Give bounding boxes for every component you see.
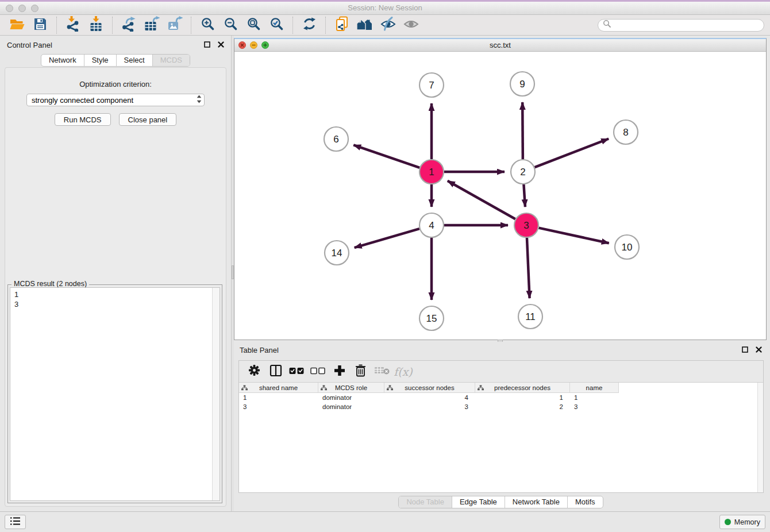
table-cell[interactable]: 3 (570, 402, 619, 411)
select-all-columns-button[interactable] (286, 363, 307, 381)
graph-node-7[interactable]: 7 (419, 73, 444, 97)
search-input[interactable] (611, 21, 759, 29)
close-panel-icon[interactable] (756, 345, 762, 355)
graph-node-10[interactable]: 10 (615, 235, 639, 259)
apply-layout-button[interactable] (298, 16, 321, 34)
memory-label: Memory (734, 518, 760, 526)
open-session-button[interactable] (6, 16, 29, 34)
table-row[interactable]: 3dominator323 (239, 402, 763, 411)
tab-select[interactable]: Select (116, 55, 152, 66)
svg-text:7: 7 (429, 80, 434, 91)
maximize-window-button[interactable] (31, 5, 38, 12)
graph-node-8[interactable]: 8 (614, 120, 638, 144)
table-cell[interactable]: 4 (384, 393, 475, 402)
import-table-button[interactable] (84, 16, 107, 34)
tab-network-table[interactable]: Network Table (505, 496, 567, 508)
export-table-button[interactable] (140, 16, 163, 34)
graph-edge-2-3[interactable] (523, 184, 525, 207)
close-panel-button[interactable]: Close panel (119, 113, 177, 126)
float-panel-icon[interactable] (742, 345, 748, 355)
table-cell[interactable]: 2 (475, 402, 570, 411)
table-cell[interactable]: 1 (570, 393, 619, 402)
graph-node-3[interactable]: 3 (514, 213, 538, 237)
table-cell[interactable]: 3 (384, 402, 475, 411)
graph-edge-2-8[interactable] (535, 139, 609, 168)
deselect-all-columns-button[interactable] (307, 363, 329, 381)
float-panel-icon[interactable] (204, 40, 210, 50)
zoom-out-button[interactable] (219, 16, 242, 34)
graph-node-14[interactable]: 14 (325, 241, 349, 265)
graph-edge-4-14[interactable] (355, 229, 419, 248)
tab-edge-table[interactable]: Edge Table (452, 496, 505, 508)
network-window-titlebar[interactable]: scc.txt (234, 39, 766, 52)
table-cell[interactable]: dominator (318, 402, 384, 411)
svg-text:10: 10 (622, 242, 633, 253)
zoom-in-button[interactable] (196, 16, 219, 34)
network-from-selection-button[interactable] (330, 16, 353, 34)
delete-table-button[interactable] (371, 363, 392, 381)
tab-node-table[interactable]: Node Table (399, 496, 452, 508)
task-history-button[interactable] (5, 515, 26, 529)
delete-column-button[interactable] (350, 363, 371, 381)
graph-node-11[interactable]: 11 (518, 304, 542, 329)
memory-button[interactable]: Memory (719, 515, 765, 529)
network-close-button[interactable] (238, 41, 246, 49)
optimization-criterion-select[interactable]: strongly connected component (26, 94, 205, 106)
tab-network[interactable]: Network (41, 55, 84, 66)
graph-edge-1-6[interactable] (353, 145, 419, 167)
first-neighbors-button[interactable] (353, 16, 376, 34)
mcds-result-textarea[interactable]: 13 (10, 287, 220, 501)
mcds-result-title: MCDS result (2 nodes) (11, 280, 89, 288)
titlebar: Session: New Session (0, 2, 770, 15)
save-session-button[interactable] (29, 16, 52, 34)
table-settings-button[interactable] (244, 363, 265, 381)
zoom-fit-button[interactable] (242, 16, 265, 34)
network-graph[interactable]: 1234678910111415 (234, 52, 766, 340)
network-maximize-button[interactable] (261, 41, 269, 49)
graph-edge-3-1[interactable] (448, 181, 515, 219)
close-window-button[interactable] (6, 5, 13, 12)
minimize-window-button[interactable] (18, 5, 26, 12)
toggle-column-layout-button[interactable] (265, 363, 286, 381)
table-cell[interactable]: dominator (318, 393, 384, 402)
result-scrollbar[interactable] (212, 288, 220, 500)
graph-node-2[interactable]: 2 (511, 160, 535, 184)
graph-node-4[interactable]: 4 (419, 213, 444, 237)
graph-node-1[interactable]: 1 (419, 160, 444, 184)
run-mcds-button[interactable]: Run MCDS (55, 113, 111, 126)
column-header-successor-nodes[interactable]: successor nodes (384, 383, 475, 393)
table-cell[interactable]: 1 (475, 393, 570, 402)
import-network-button[interactable] (61, 16, 84, 34)
export-image-button[interactable] (163, 16, 186, 34)
table-row[interactable]: 1dominator411 (239, 393, 763, 402)
table-cell[interactable]: 3 (239, 402, 318, 411)
export-network-button[interactable] (117, 16, 140, 34)
hide-selected-button[interactable] (376, 16, 399, 34)
network-minimize-button[interactable] (250, 41, 257, 49)
create-column-button[interactable] (329, 363, 350, 381)
graph-edge-2-9[interactable] (522, 102, 523, 159)
column-header-predecessor-nodes[interactable]: predecessor nodes (475, 383, 570, 393)
zoom-selected-button[interactable] (265, 16, 288, 34)
fx-icon: f(x) (394, 365, 413, 378)
table-scrollbar[interactable] (757, 383, 763, 492)
close-panel-icon[interactable] (218, 40, 224, 50)
tab-motifs[interactable]: Motifs (567, 496, 603, 508)
show-all-button[interactable] (399, 16, 422, 34)
graph-node-6[interactable]: 6 (324, 127, 348, 151)
zoom-in-icon (201, 17, 215, 33)
svg-text:2: 2 (520, 167, 525, 178)
column-header-MCDS-role[interactable]: MCDS role (318, 383, 384, 393)
search-field[interactable] (598, 19, 764, 32)
tab-mcds[interactable]: MCDS (152, 55, 190, 66)
graph-edge-3-10[interactable] (538, 228, 609, 244)
graph-node-9[interactable]: 9 (510, 72, 534, 96)
table-cell[interactable]: 1 (239, 393, 318, 402)
graph-edge-3-11[interactable] (527, 238, 530, 298)
tab-style[interactable]: Style (84, 55, 116, 66)
network-canvas[interactable]: 1234678910111415 (234, 52, 766, 340)
column-header-shared-name[interactable]: shared name (239, 383, 318, 393)
column-header-name[interactable]: name (570, 383, 619, 393)
function-builder-button[interactable]: f(x) (392, 363, 414, 381)
graph-node-15[interactable]: 15 (419, 306, 444, 330)
